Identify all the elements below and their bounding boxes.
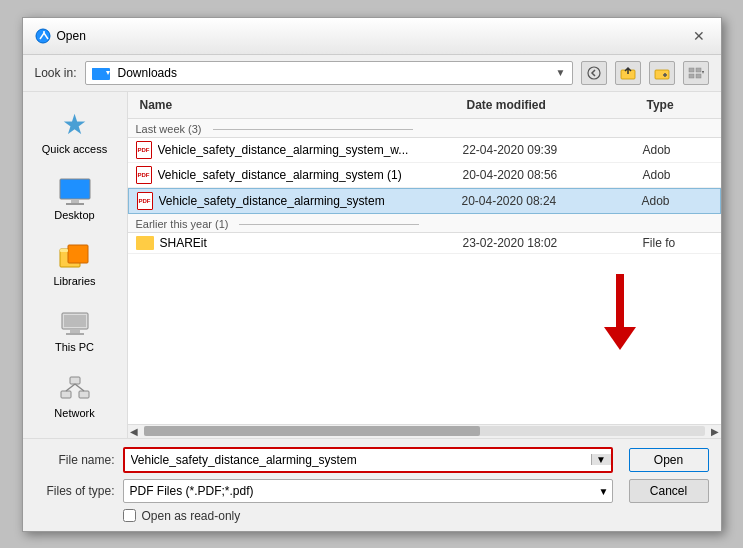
file-name-cell: PDF Vehicle_safety_distance_alarming_sys… [137, 192, 462, 210]
file-date: 22-04-2020 09:39 [463, 143, 643, 157]
file-area: Name Date modified Type Last week (3) PD… [128, 92, 721, 438]
dialog-title: Open [57, 29, 86, 43]
svg-rect-21 [70, 329, 80, 333]
file-name-cell: PDF Vehicle_safety_distance_alarming_sys… [136, 166, 463, 184]
file-name: SHAREit [160, 236, 207, 250]
toolbar-row: Look in: Downloads ▼ [23, 55, 721, 92]
files-of-type-row: Files of type: PDF Files (*.PDF;*.pdf) ▼… [35, 479, 709, 503]
create-folder-button[interactable] [649, 61, 675, 85]
svg-line-26 [66, 384, 75, 391]
file-name-row: File name: ▼ Open [35, 447, 709, 473]
title-bar-left: Open [35, 28, 86, 44]
svg-point-0 [36, 29, 50, 43]
svg-line-27 [75, 384, 84, 391]
group-label-earlier: Earlier this year (1) [128, 214, 721, 233]
svg-rect-11 [696, 74, 701, 78]
back-icon [586, 66, 602, 80]
svg-rect-14 [71, 199, 79, 203]
sidebar: ★ Quick access Desktop [23, 92, 128, 438]
file-type: Adob [643, 143, 713, 157]
back-button[interactable] [581, 61, 607, 85]
col-name[interactable]: Name [136, 96, 463, 114]
sidebar-label-libraries: Libraries [53, 275, 95, 287]
file-name-cell: PDF Vehicle_safety_distance_alarming_sys… [136, 141, 463, 159]
sidebar-item-quick-access[interactable]: ★ Quick access [23, 102, 127, 164]
folder-down-icon [92, 65, 112, 81]
dropdown-arrow-icon: ▼ [556, 67, 566, 78]
scroll-track [144, 426, 705, 436]
file-row[interactable]: PDF Vehicle_safety_distance_alarming_sys… [128, 138, 721, 163]
file-name-input-wrapper: ▼ [123, 447, 613, 473]
pdf-icon: PDF [137, 192, 153, 210]
file-date: 20-04-2020 08:24 [462, 194, 642, 208]
svg-rect-17 [68, 245, 88, 263]
view-button[interactable] [683, 61, 709, 85]
look-in-label: Look in: [35, 66, 77, 80]
svg-rect-13 [60, 179, 90, 199]
sidebar-item-desktop[interactable]: Desktop [23, 168, 127, 230]
file-list[interactable]: Last week (3) PDF Vehicle_safety_distanc… [128, 119, 721, 424]
button-col-cancel: Cancel [629, 479, 709, 503]
scroll-left-btn[interactable]: ◀ [128, 426, 140, 437]
desktop-icon [58, 177, 92, 205]
scroll-thumb[interactable] [144, 426, 481, 436]
view-icon [688, 66, 704, 80]
file-header: Name Date modified Type [128, 92, 721, 119]
sidebar-item-network[interactable]: Network [23, 366, 127, 428]
star-icon: ★ [62, 111, 87, 139]
close-button[interactable]: ✕ [689, 26, 709, 46]
file-type: Adob [643, 168, 713, 182]
svg-point-1 [43, 31, 45, 33]
svg-rect-23 [70, 377, 80, 384]
sidebar-item-this-pc[interactable]: This PC [23, 300, 127, 362]
svg-rect-25 [79, 391, 89, 398]
svg-rect-3 [92, 68, 100, 71]
button-col: Open [629, 448, 709, 472]
horizontal-scrollbar[interactable]: ◀ ▶ [128, 424, 721, 438]
cancel-button[interactable]: Cancel [629, 479, 709, 503]
pdf-icon: PDF [136, 141, 152, 159]
title-bar: Open ✕ [23, 18, 721, 55]
sidebar-label-quick-access: Quick access [42, 143, 107, 155]
look-in-value: Downloads [118, 66, 550, 80]
file-date: 23-02-2020 18:02 [463, 236, 643, 250]
network-icon [58, 375, 92, 403]
svg-rect-10 [689, 74, 694, 78]
col-date[interactable]: Date modified [463, 96, 643, 114]
group-label-last-week: Last week (3) [128, 119, 721, 138]
pdf-icon: PDF [136, 166, 152, 184]
file-name-cell: SHAREit [136, 236, 463, 250]
up-folder-button[interactable] [615, 61, 641, 85]
file-name: Vehicle_safety_distance_alarming_system_… [158, 143, 409, 157]
files-of-type-select[interactable]: PDF Files (*.PDF;*.pdf) [123, 479, 613, 503]
file-name-dropdown-btn[interactable]: ▼ [591, 454, 611, 465]
file-row[interactable]: SHAREit 23-02-2020 18:02 File fo [128, 233, 721, 254]
svg-rect-9 [696, 68, 701, 72]
col-type[interactable]: Type [643, 96, 713, 114]
file-name-input[interactable] [125, 449, 591, 471]
file-name-label: File name: [35, 453, 115, 467]
folder-icon [136, 236, 154, 250]
file-row-selected[interactable]: PDF Vehicle_safety_distance_alarming_sys… [128, 188, 721, 214]
svg-marker-12 [702, 71, 704, 74]
svg-rect-22 [66, 333, 84, 335]
svg-rect-8 [689, 68, 694, 72]
files-of-type-label: Files of type: [35, 484, 115, 498]
files-of-type-wrapper: PDF Files (*.PDF;*.pdf) ▼ [123, 479, 613, 503]
file-row[interactable]: PDF Vehicle_safety_distance_alarming_sys… [128, 163, 721, 188]
open-as-readonly-checkbox[interactable] [123, 509, 136, 522]
open-as-readonly-label: Open as read-only [142, 509, 241, 523]
sidebar-label-network: Network [54, 407, 94, 419]
svg-rect-15 [66, 203, 84, 205]
scroll-right-btn[interactable]: ▶ [709, 426, 721, 437]
file-type: Adob [642, 194, 712, 208]
look-in-dropdown[interactable]: Downloads ▼ [85, 61, 573, 85]
sidebar-label-this-pc: This PC [55, 341, 94, 353]
sidebar-item-libraries[interactable]: Libraries [23, 234, 127, 296]
bottom-section: File name: ▼ Open Files of type: PDF Fil… [23, 438, 721, 531]
dialog-icon [35, 28, 51, 44]
open-button[interactable]: Open [629, 448, 709, 472]
this-pc-icon [58, 309, 92, 337]
new-folder-icon [654, 66, 670, 80]
main-content: ★ Quick access Desktop [23, 92, 721, 438]
